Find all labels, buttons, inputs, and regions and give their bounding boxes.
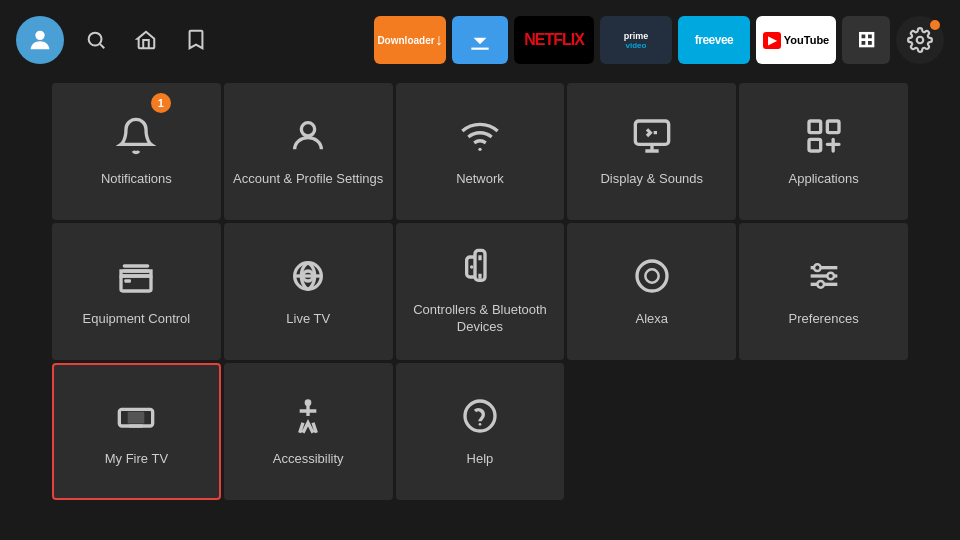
nav-left <box>16 16 364 64</box>
tile-my-fire-tv[interactable]: My Fire TV <box>52 363 221 500</box>
controllers-bt-icon <box>460 247 500 292</box>
network-icon <box>460 116 500 161</box>
tile-applications[interactable]: Applications <box>739 83 908 220</box>
svg-point-22 <box>827 272 834 279</box>
search-button[interactable] <box>78 22 114 58</box>
tile-help-label: Help <box>467 451 494 468</box>
nav-apps: Downloader ↓ NETFLIX prime video freevee… <box>374 16 944 64</box>
avatar[interactable] <box>16 16 64 64</box>
svg-point-16 <box>637 261 667 291</box>
svg-point-23 <box>817 281 824 288</box>
svg-point-30 <box>479 423 482 426</box>
settings-button[interactable] <box>896 16 944 64</box>
tile-network-label: Network <box>456 171 504 188</box>
svg-rect-8 <box>827 121 839 133</box>
bookmark-button[interactable] <box>178 22 214 58</box>
notifications-icon <box>116 116 156 161</box>
display-sounds-icon <box>632 116 672 161</box>
tile-help[interactable]: Help <box>396 363 565 500</box>
svg-point-0 <box>35 31 44 40</box>
svg-point-4 <box>302 122 315 135</box>
app-downloader[interactable]: Downloader ↓ <box>374 16 446 64</box>
tile-preferences-label: Preferences <box>789 311 859 328</box>
home-button[interactable] <box>128 22 164 58</box>
svg-line-2 <box>100 44 104 48</box>
app-netflix[interactable]: NETFLIX <box>514 16 594 64</box>
svg-point-15 <box>470 265 473 268</box>
alexa-icon <box>632 256 672 301</box>
preferences-icon <box>804 256 844 301</box>
applications-icon <box>804 116 844 161</box>
svg-point-17 <box>645 269 658 282</box>
app-youtube[interactable]: ▶ YouTube <box>756 16 836 64</box>
tile-network[interactable]: Network <box>396 83 565 220</box>
notification-badge: 1 <box>151 93 171 113</box>
settings-notification-dot <box>930 20 940 30</box>
app-blue-arrow[interactable] <box>452 16 508 64</box>
tile-my-fire-tv-label: My Fire TV <box>105 451 168 468</box>
svg-point-3 <box>917 37 924 44</box>
svg-rect-10 <box>121 276 151 291</box>
navbar: Downloader ↓ NETFLIX prime video freevee… <box>0 0 960 80</box>
accessibility-icon <box>288 396 328 441</box>
tile-accessibility-label: Accessibility <box>273 451 344 468</box>
app-freevee[interactable]: freevee <box>678 16 750 64</box>
app-grid-button[interactable]: ⊞ <box>842 16 890 64</box>
svg-point-29 <box>465 401 495 431</box>
tile-account[interactable]: Account & Profile Settings <box>224 83 393 220</box>
tile-accessibility[interactable]: Accessibility <box>224 363 393 500</box>
tile-display-sounds-label: Display & Sounds <box>600 171 703 188</box>
tile-controllers-bt[interactable]: Controllers & Bluetooth Devices <box>396 223 565 360</box>
equipment-control-icon <box>116 256 156 301</box>
app-prime-video[interactable]: prime video <box>600 16 672 64</box>
tile-preferences[interactable]: Preferences <box>739 223 908 360</box>
svg-rect-25 <box>128 411 145 423</box>
help-icon <box>460 396 500 441</box>
svg-point-21 <box>814 264 821 271</box>
account-icon <box>288 116 328 161</box>
tile-notifications[interactable]: 1 Notifications <box>52 83 221 220</box>
svg-point-1 <box>89 33 102 46</box>
tile-alexa-label: Alexa <box>636 311 669 328</box>
tile-live-tv[interactable]: Live TV <box>224 223 393 360</box>
tile-account-label: Account & Profile Settings <box>233 171 383 188</box>
tile-controllers-bt-label: Controllers & Bluetooth Devices <box>404 302 557 336</box>
tile-display-sounds[interactable]: Display & Sounds <box>567 83 736 220</box>
tile-equipment-control-label: Equipment Control <box>83 311 191 328</box>
live-tv-icon <box>288 256 328 301</box>
my-fire-tv-icon <box>116 396 156 441</box>
svg-rect-11 <box>125 279 132 282</box>
tile-equipment-control[interactable]: Equipment Control <box>52 223 221 360</box>
svg-point-5 <box>478 147 481 150</box>
settings-grid: 1 Notifications Account & Profile Settin… <box>0 80 960 503</box>
svg-point-28 <box>305 399 312 406</box>
tile-notifications-label: Notifications <box>101 171 172 188</box>
tile-applications-label: Applications <box>789 171 859 188</box>
tile-live-tv-label: Live TV <box>286 311 330 328</box>
svg-rect-9 <box>809 139 821 151</box>
tile-alexa[interactable]: Alexa <box>567 223 736 360</box>
svg-rect-7 <box>809 121 821 133</box>
